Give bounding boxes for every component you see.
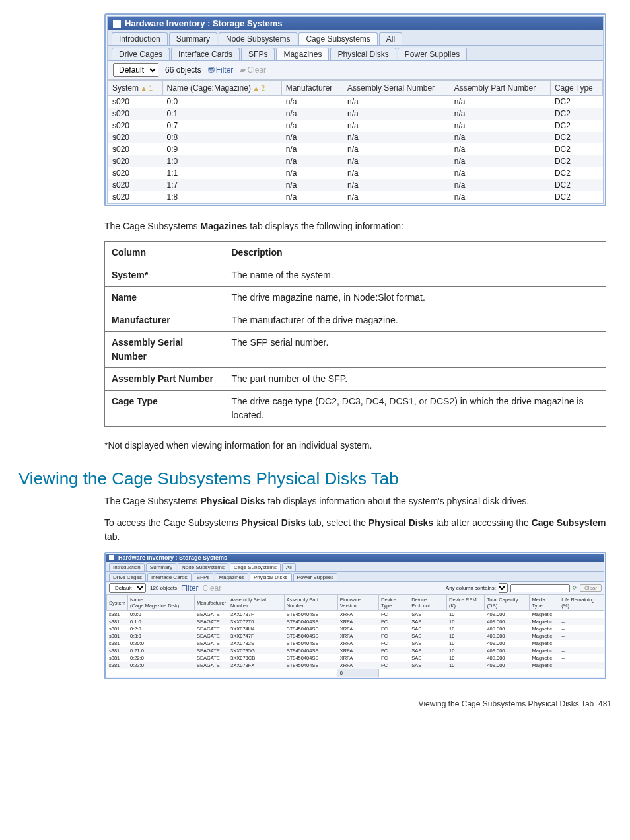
cell: ST9450404SS <box>284 654 337 662</box>
doc-th-column: Column <box>105 242 225 264</box>
column-header[interactable]: Assembly Part Number <box>450 81 550 96</box>
panel-title: Hardware Inventory : Storage Systems <box>106 554 604 562</box>
column-header[interactable]: Assembly Serial Number <box>228 595 285 611</box>
search-input[interactable] <box>510 584 570 592</box>
column-header[interactable]: Firmware Version <box>337 595 378 611</box>
tab-sfps[interactable]: SFPs <box>193 573 214 581</box>
cell: -- <box>559 662 604 669</box>
tab-interface-cards[interactable]: Interface Cards <box>147 573 192 581</box>
column-header[interactable]: Name (Cage:Magazine:Disk) <box>128 595 195 611</box>
cell: 0:21:0 <box>128 647 195 654</box>
tab-sfps[interactable]: SFPs <box>241 48 275 60</box>
cell: 3XX074H4 <box>228 625 285 632</box>
cell: -- <box>559 618 604 625</box>
magazines-grid: System ▲ 1Name (Cage:Magazine) ▲ 2Manufa… <box>108 80 603 203</box>
tab-introduction[interactable]: Introduction <box>112 32 168 45</box>
table-row[interactable]: s3810:23:0SEAGATE3XX073FXST9450404SSXRFA… <box>107 662 604 669</box>
column-header[interactable]: Life Remaining (%) <box>559 595 604 611</box>
cell: DC2 <box>550 143 602 155</box>
cell: FC <box>379 618 409 625</box>
column-header[interactable]: Manufacturer <box>281 81 343 96</box>
refresh-icon[interactable]: ⟳ <box>573 585 577 591</box>
section-para-1: The Cage Subsystems Physical Disks tab d… <box>104 494 606 508</box>
cell: Magnetic <box>530 640 559 647</box>
table-row[interactable]: s0201:7n/an/an/aDC2 <box>108 179 603 191</box>
table-row[interactable]: s3810:21:0SEAGATE3XX0735GST9450404SSXRFA… <box>107 647 604 654</box>
cell: 0:7 <box>162 120 281 132</box>
column-header[interactable]: System ▲ 1 <box>108 81 163 96</box>
cell: 409.000 <box>485 618 530 625</box>
data-grid-wrapper[interactable]: SystemName (Cage:Magazine:Disk)Manufactu… <box>106 594 604 677</box>
data-grid-wrapper[interactable]: System ▲ 1Name (Cage:Magazine) ▲ 2Manufa… <box>108 79 603 203</box>
filter-button[interactable]: ⛃ Filter <box>208 65 234 75</box>
column-header[interactable]: Device RPM (K) <box>446 595 484 611</box>
table-row[interactable]: s0200:8n/an/an/aDC2 <box>108 132 603 143</box>
tab-physical-disks[interactable]: Physical Disks <box>250 573 292 581</box>
table-row[interactable]: s0200:1n/an/an/aDC2 <box>108 108 603 120</box>
table-row[interactable]: s3810:0:0SEAGATE3XX0737HST9450404SSXRFAF… <box>107 611 604 619</box>
tab-drive-cages[interactable]: Drive Cages <box>112 48 170 60</box>
view-select[interactable]: Default <box>109 583 146 593</box>
view-select[interactable]: Default <box>113 63 158 77</box>
cell: n/a <box>450 179 550 191</box>
cell: SAS <box>409 662 447 669</box>
column-header[interactable]: Manufacturer <box>194 595 228 611</box>
tab-power-supplies[interactable]: Power Supplies <box>293 573 338 581</box>
tab-summary[interactable]: Summary <box>169 32 217 45</box>
cell: SEAGATE <box>194 654 228 662</box>
column-header[interactable]: Media Type <box>530 595 559 611</box>
cell: FC <box>379 647 409 654</box>
filter-button[interactable]: Filter <box>181 584 199 593</box>
cell: XRFA <box>337 611 378 619</box>
table-row[interactable]: s3810:3:0SEAGATE3XX0747FST9450404SSXRFAF… <box>107 632 604 640</box>
table-row[interactable]: s0201:0n/an/an/aDC2 <box>108 155 603 167</box>
table-row[interactable]: s3810:2:0SEAGATE3XX074H4ST9450404SSXRFAF… <box>107 625 604 632</box>
table-row[interactable]: s3810:22:0SEAGATE3XX073CBST9450404SSXRFA… <box>107 654 604 662</box>
table-row[interactable]: s0200:7n/an/an/aDC2 <box>108 120 603 132</box>
tab-magazines[interactable]: Magazines <box>215 573 248 581</box>
column-header[interactable]: Assembly Serial Number <box>343 81 450 96</box>
column-header[interactable]: Name (Cage:Magazine) ▲ 2 <box>162 81 281 96</box>
tab-node-subsystems[interactable]: Node Subsystems <box>178 563 228 571</box>
cell: ST9450404SS <box>284 647 337 654</box>
tab-introduction[interactable]: Introduction <box>109 563 145 571</box>
clear-button[interactable]: ▰ Clear <box>240 65 266 75</box>
cell: 409.000 <box>485 662 530 669</box>
column-header[interactable]: Cage Type <box>550 81 602 96</box>
tab-physical-disks[interactable]: Physical Disks <box>330 48 396 60</box>
column-header[interactable]: Device Protocol <box>409 595 447 611</box>
cell: s020 <box>108 143 163 155</box>
column-header[interactable]: Total Capacity (GB) <box>485 595 530 611</box>
table-row[interactable]: s0201:1n/an/an/aDC2 <box>108 167 603 179</box>
table-row[interactable]: s0201:8n/an/an/aDC2 <box>108 191 603 203</box>
tab-power-supplies[interactable]: Power Supplies <box>398 48 467 60</box>
tab-interface-cards[interactable]: Interface Cards <box>171 48 240 60</box>
tab-all[interactable]: All <box>379 32 402 45</box>
search-mode-select[interactable] <box>499 583 508 593</box>
table-row[interactable]: s3810:20:0SEAGATE3XX0732SST9450404SSXRFA… <box>107 640 604 647</box>
cell: s020 <box>108 132 163 143</box>
clear-button[interactable]: Clear <box>203 584 222 593</box>
table-row[interactable]: s0200:9n/an/an/aDC2 <box>108 143 603 155</box>
column-header[interactable]: Assembly Part Number <box>284 595 337 611</box>
clear-icon: ▰ <box>240 65 246 75</box>
cell: n/a <box>281 108 343 120</box>
cell: DC2 <box>550 108 602 120</box>
table-row[interactable]: s3810:1:0SEAGATE3XX072T0ST9450404SSXRFAF… <box>107 618 604 625</box>
cell: 3XX0747F <box>228 632 285 640</box>
tab-drive-cages[interactable]: Drive Cages <box>109 573 146 581</box>
table-row[interactable]: s0200:0n/an/an/aDC2 <box>108 96 603 108</box>
tab-summary[interactable]: Summary <box>146 563 176 571</box>
cell: SAS <box>409 611 447 619</box>
tab-cage-subsystems[interactable]: Cage Subsystems <box>298 32 377 45</box>
column-header[interactable]: Device Type <box>379 595 409 611</box>
cell: -- <box>559 640 604 647</box>
cell: 3XX0735G <box>228 647 285 654</box>
clear-search-button[interactable]: Clear <box>580 584 602 592</box>
column-header[interactable]: System <box>107 595 128 611</box>
tab-cage-subsystems[interactable]: Cage Subsystems <box>230 563 281 571</box>
tab-magazines[interactable]: Magazines <box>276 48 329 60</box>
tab-node-subsystems[interactable]: Node Subsystems <box>219 32 297 45</box>
cell: -- <box>559 632 604 640</box>
tab-all[interactable]: All <box>282 563 296 571</box>
